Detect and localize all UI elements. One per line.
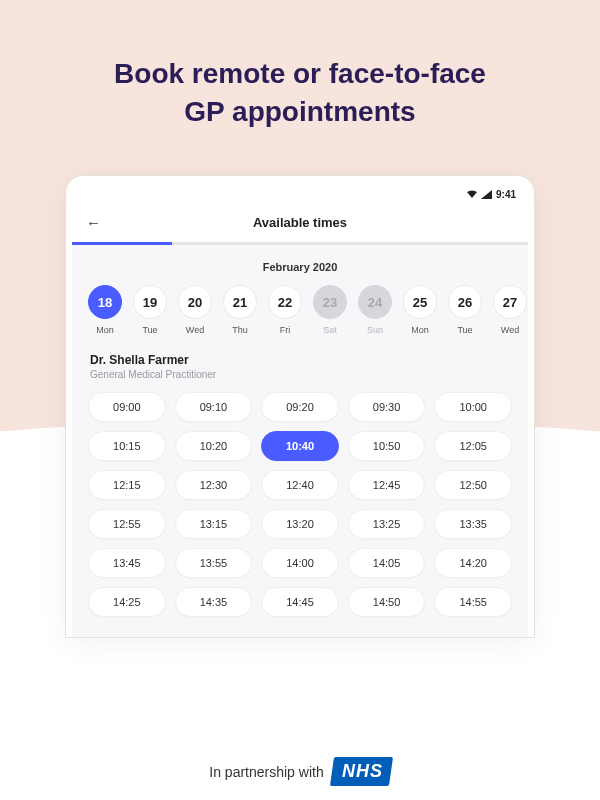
day-cell: 26Tue xyxy=(446,285,484,335)
day-cell: 18Mon xyxy=(86,285,124,335)
day-label: Sun xyxy=(356,325,394,335)
footer-bar: In partnership with NHS xyxy=(0,743,600,800)
time-slot-14-45[interactable]: 14:45 xyxy=(261,587,339,617)
day-label: Tue xyxy=(446,325,484,335)
days-row: 18Mon19Tue20Wed21Thu22Fri23Sat24Sun25Mon… xyxy=(72,285,528,353)
day-circle-19[interactable]: 19 xyxy=(133,285,167,319)
day-circle-25[interactable]: 25 xyxy=(403,285,437,319)
day-cell: 24Sun xyxy=(356,285,394,335)
doctor-block: Dr. Shella Farmer General Medical Practi… xyxy=(72,353,528,392)
month-label: February 2020 xyxy=(72,245,528,285)
day-label: Wed xyxy=(491,325,528,335)
time-slot-12-30[interactable]: 12:30 xyxy=(175,470,253,500)
day-circle-20[interactable]: 20 xyxy=(178,285,212,319)
time-slot-13-45[interactable]: 13:45 xyxy=(88,548,166,578)
time-slot-10-15[interactable]: 10:15 xyxy=(88,431,166,461)
time-slot-12-55[interactable]: 12:55 xyxy=(88,509,166,539)
time-slot-14-00[interactable]: 14:00 xyxy=(261,548,339,578)
doctor-role: General Medical Practitioner xyxy=(90,369,510,380)
day-cell: 19Tue xyxy=(131,285,169,335)
day-cell: 21Thu xyxy=(221,285,259,335)
day-label: Sat xyxy=(311,325,349,335)
day-circle-23: 23 xyxy=(313,285,347,319)
time-slot-13-20[interactable]: 13:20 xyxy=(261,509,339,539)
progress-fill xyxy=(72,242,172,245)
app-screen: 9:41 ← Available times February 2020 18M… xyxy=(72,182,528,637)
doctor-name: Dr. Shella Farmer xyxy=(90,353,510,367)
time-slot-14-50[interactable]: 14:50 xyxy=(348,587,426,617)
time-slot-10-40[interactable]: 10:40 xyxy=(261,431,339,461)
time-slot-14-05[interactable]: 14:05 xyxy=(348,548,426,578)
time-slot-12-50[interactable]: 12:50 xyxy=(434,470,512,500)
promo-headline: Book remote or face-to-face GP appointme… xyxy=(0,0,600,156)
device-frame: 9:41 ← Available times February 2020 18M… xyxy=(65,175,535,638)
status-time: 9:41 xyxy=(496,189,516,200)
header-title: Available times xyxy=(86,215,514,230)
day-cell: 23Sat xyxy=(311,285,349,335)
time-slot-10-50[interactable]: 10:50 xyxy=(348,431,426,461)
time-slot-14-55[interactable]: 14:55 xyxy=(434,587,512,617)
day-circle-22[interactable]: 22 xyxy=(268,285,302,319)
day-label: Tue xyxy=(131,325,169,335)
time-slot-09-10[interactable]: 09:10 xyxy=(175,392,253,422)
time-slot-09-30[interactable]: 09:30 xyxy=(348,392,426,422)
time-slot-13-15[interactable]: 13:15 xyxy=(175,509,253,539)
time-slot-13-55[interactable]: 13:55 xyxy=(175,548,253,578)
promo-title-line2: GP appointments xyxy=(184,96,415,127)
day-circle-24: 24 xyxy=(358,285,392,319)
footer-text: In partnership with xyxy=(209,764,323,780)
day-cell: 25Mon xyxy=(401,285,439,335)
day-circle-27[interactable]: 27 xyxy=(493,285,527,319)
day-cell: 22Fri xyxy=(266,285,304,335)
day-label: Fri xyxy=(266,325,304,335)
wifi-icon xyxy=(466,190,478,199)
signal-icon xyxy=(481,190,492,199)
time-slot-12-15[interactable]: 12:15 xyxy=(88,470,166,500)
time-slot-14-20[interactable]: 14:20 xyxy=(434,548,512,578)
time-slot-10-00[interactable]: 10:00 xyxy=(434,392,512,422)
day-circle-26[interactable]: 26 xyxy=(448,285,482,319)
time-slot-12-05[interactable]: 12:05 xyxy=(434,431,512,461)
promo-title-line1: Book remote or face-to-face xyxy=(114,58,486,89)
time-slot-13-35[interactable]: 13:35 xyxy=(434,509,512,539)
day-cell: 20Wed xyxy=(176,285,214,335)
day-label: Thu xyxy=(221,325,259,335)
day-label: Mon xyxy=(401,325,439,335)
time-slot-12-45[interactable]: 12:45 xyxy=(348,470,426,500)
status-bar: 9:41 xyxy=(72,182,528,203)
progress-track xyxy=(72,242,528,245)
content-area: February 2020 18Mon19Tue20Wed21Thu22Fri2… xyxy=(72,245,528,637)
time-slot-13-25[interactable]: 13:25 xyxy=(348,509,426,539)
time-slot-14-25[interactable]: 14:25 xyxy=(88,587,166,617)
slots-grid: 09:0009:1009:2009:3010:0010:1510:2010:40… xyxy=(72,392,528,617)
time-slot-14-35[interactable]: 14:35 xyxy=(175,587,253,617)
footer-text-wrap: In partnership with NHS xyxy=(209,757,390,786)
day-label: Mon xyxy=(86,325,124,335)
time-slot-10-20[interactable]: 10:20 xyxy=(175,431,253,461)
nhs-logo: NHS xyxy=(330,757,393,786)
day-circle-18[interactable]: 18 xyxy=(88,285,122,319)
time-slot-12-40[interactable]: 12:40 xyxy=(261,470,339,500)
day-circle-21[interactable]: 21 xyxy=(223,285,257,319)
day-cell: 27Wed xyxy=(491,285,528,335)
status-icons xyxy=(466,190,492,199)
time-slot-09-20[interactable]: 09:20 xyxy=(261,392,339,422)
day-label: Wed xyxy=(176,325,214,335)
screen-header: ← Available times xyxy=(72,203,528,242)
time-slot-09-00[interactable]: 09:00 xyxy=(88,392,166,422)
